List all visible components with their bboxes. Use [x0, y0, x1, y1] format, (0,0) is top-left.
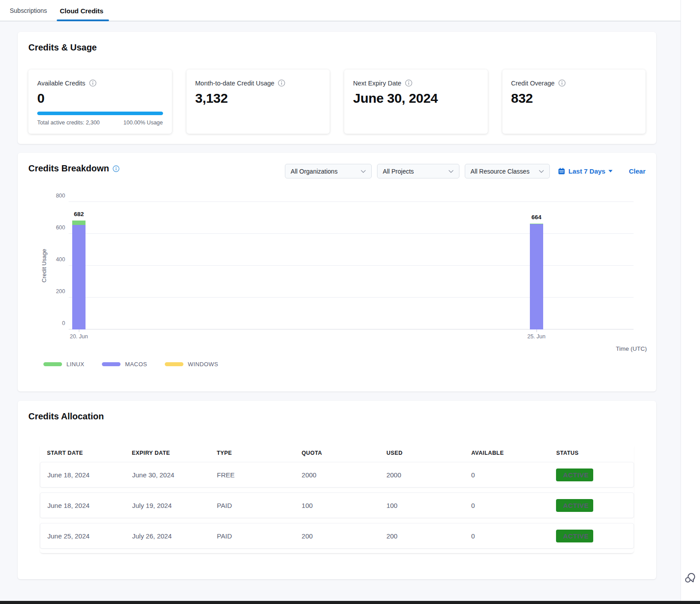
allocation-table: START DATE EXPIRY DATE TYPE QUOTA USED A… — [40, 444, 634, 553]
bottom-window-edge — [0, 601, 700, 604]
info-icon[interactable] — [558, 79, 566, 87]
chart-y-tick: 400 — [47, 256, 65, 263]
credits-usage-section: Credits & Usage Available Credits 0 Tota — [18, 32, 656, 144]
chart-bar-value: 682 — [74, 211, 84, 217]
organizations-select[interactable]: All Organizations — [285, 164, 372, 178]
stat-card-grid: Available Credits 0 Total active credits… — [28, 70, 646, 134]
cell-expiry-date: June 30, 2024 — [125, 471, 210, 479]
tab-subscriptions[interactable]: Subscriptions — [10, 0, 47, 21]
col-quota: QUOTA — [295, 450, 380, 456]
credit-usage-chart: Credit Usage Time (UTC) 0200400600800682… — [69, 202, 634, 329]
cell-available: 0 — [464, 532, 548, 540]
resource-classes-select-value: All Resource Classes — [471, 168, 529, 175]
mtd-usage-value: 3,132 — [195, 91, 321, 106]
table-row: June 18, 2024 June 30, 2024 FREE 2000 20… — [40, 462, 634, 488]
legend-label: LINUX — [66, 361, 84, 368]
chart-bar[interactable] — [530, 224, 543, 329]
cell-used: 100 — [379, 502, 464, 509]
cell-type: PAID — [210, 532, 295, 540]
available-credits-label-row: Available Credits — [37, 79, 163, 87]
chevron-down-icon — [539, 170, 544, 173]
cell-status: ACTIVE — [549, 530, 634, 542]
cell-quota: 100 — [295, 502, 379, 509]
tab-bar: Subscriptions Cloud Credits — [0, 0, 681, 21]
next-expiry-label: Next Expiry Date — [353, 80, 401, 87]
legend-swatch — [43, 362, 62, 366]
chart-gridline — [69, 329, 634, 329]
next-expiry-value: June 30, 2024 — [353, 91, 479, 106]
tab-cloud-credits[interactable]: Cloud Credits — [60, 0, 103, 21]
credits-progress-fill — [37, 112, 163, 115]
cell-available: 0 — [464, 502, 548, 509]
chart-bar[interactable] — [72, 221, 86, 329]
chart-x-tick — [79, 329, 79, 332]
right-gutter — [681, 0, 700, 601]
cell-available: 0 — [464, 471, 548, 479]
legend-swatch — [165, 362, 183, 366]
chart-gridline — [69, 201, 634, 202]
info-icon[interactable] — [113, 165, 120, 172]
available-credits-card: Available Credits 0 Total active credits… — [28, 70, 172, 134]
info-icon[interactable] — [405, 79, 412, 87]
allocation-table-header: START DATE EXPIRY DATE TYPE QUOTA USED A… — [40, 444, 634, 462]
chart-bar-segment-macos — [72, 225, 86, 329]
main-content: Subscriptions Cloud Credits Credits & Us… — [0, 0, 681, 601]
mtd-usage-card: Month-to-date Credit Usage 3,132 — [187, 70, 330, 134]
chart-bar-segment-linux — [72, 221, 86, 225]
status-badge: ACTIVE — [556, 530, 593, 542]
credits-breakdown-title-row: Credits Breakdown — [28, 163, 120, 174]
organizations-select-value: All Organizations — [291, 168, 338, 175]
chart-y-axis-label: Credit Usage — [41, 239, 48, 292]
chart-bar-value: 664 — [531, 214, 541, 221]
credit-overage-value: 832 — [511, 91, 637, 106]
usage-percent: 100.00% Usage — [124, 120, 163, 126]
active-tab-underline — [57, 19, 109, 21]
cell-status: ACTIVE — [549, 468, 634, 481]
cell-type: FREE — [210, 471, 295, 479]
date-range-value: Last 7 Days — [568, 167, 605, 175]
date-range-picker[interactable]: Last 7 Days — [558, 167, 613, 175]
credits-breakdown-section: Credits Breakdown All Organizations All … — [18, 153, 656, 391]
total-active-credits: Total active credits: 2,300 — [37, 120, 100, 126]
status-badge: ACTIVE — [556, 499, 593, 512]
next-expiry-card: Next Expiry Date June 30, 2024 — [344, 70, 488, 134]
cell-quota: 2000 — [295, 471, 379, 479]
mtd-usage-label-row: Month-to-date Credit Usage — [195, 79, 321, 87]
chart-legend: LINUXMACOSWINDOWS — [43, 361, 218, 368]
legend-swatch — [102, 362, 121, 366]
available-credits-label: Available Credits — [37, 80, 86, 87]
legend-item-linux[interactable]: LINUX — [43, 361, 84, 368]
col-status: STATUS — [549, 450, 634, 456]
col-start-date: START DATE — [40, 450, 125, 456]
legend-item-windows[interactable]: WINDOWS — [165, 361, 218, 368]
credit-overage-label: Credit Overage — [511, 80, 555, 87]
info-icon[interactable] — [278, 79, 285, 87]
chart-x-tick-label: 20. Jun — [70, 333, 88, 340]
chart-x-tick-label: 25. Jun — [527, 333, 545, 340]
col-expiry-date: EXPIRY DATE — [125, 450, 210, 456]
chart-y-tick: 200 — [47, 288, 65, 294]
projects-select[interactable]: All Projects — [377, 164, 459, 178]
chevron-down-icon — [448, 170, 454, 173]
legend-item-macos[interactable]: MACOS — [102, 361, 147, 368]
info-icon[interactable] — [89, 79, 97, 87]
credits-breakdown-title: Credits Breakdown — [28, 163, 109, 174]
available-credits-footer: Total active credits: 2,300 100.00% Usag… — [37, 120, 163, 126]
legend-label: WINDOWS — [188, 361, 218, 368]
chart-gridline — [69, 265, 634, 266]
caret-down-icon — [608, 170, 613, 173]
cell-status: ACTIVE — [549, 499, 634, 512]
table-row: June 18, 2024 July 19, 2024 PAID 100 100… — [40, 492, 634, 518]
available-credits-value: 0 — [37, 91, 163, 106]
chat-bubbles-icon[interactable] — [684, 571, 697, 585]
col-available: AVAILABLE — [464, 450, 549, 456]
clear-filters-link[interactable]: Clear — [629, 167, 646, 175]
resource-classes-select[interactable]: All Resource Classes — [465, 164, 550, 178]
mtd-usage-label: Month-to-date Credit Usage — [195, 80, 275, 87]
cell-type: PAID — [210, 502, 295, 509]
cloud-credits-page: Subscriptions Cloud Credits Credits & Us… — [0, 0, 700, 604]
col-type: TYPE — [210, 450, 295, 456]
calendar-icon — [558, 167, 565, 175]
col-used: USED — [379, 450, 464, 456]
cell-expiry-date: July 19, 2024 — [125, 502, 210, 509]
